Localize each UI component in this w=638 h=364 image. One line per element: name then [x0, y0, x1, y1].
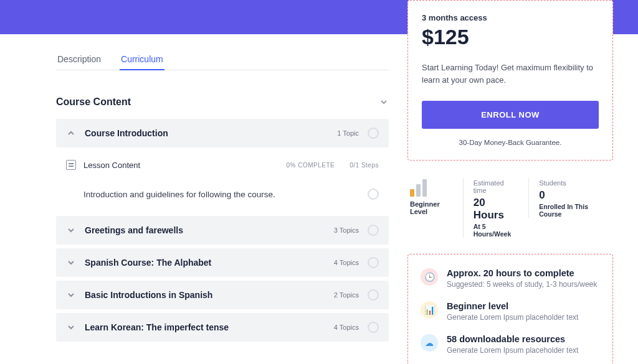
- module-meta: 4 Topics: [334, 259, 359, 266]
- module-title: Greetings and farewells: [85, 225, 334, 235]
- module-row[interactable]: Learn Korean: The imperfect tense 4 Topi…: [56, 313, 389, 342]
- stat-value: 0: [539, 189, 603, 202]
- highlights-card: 🕒 Approx. 20 hours to complete Suggested…: [407, 254, 613, 364]
- highlight-row: 🕒 Approx. 20 hours to complete Suggested…: [421, 268, 600, 289]
- module-title: Spanish Course: The Alphabet: [85, 258, 334, 268]
- progress-circle-icon: [368, 322, 379, 333]
- highlight-sub: Generate Lorem Ipsum placeholder text: [447, 313, 578, 322]
- lesson-steps: 0/1 Steps: [350, 162, 379, 169]
- access-period: 3 months access: [422, 13, 599, 22]
- pricing-blurb: Start Learning Today! Get maximum flexib…: [422, 62, 599, 86]
- course-left-column: Description Curriculum Course Content Co…: [56, 34, 389, 345]
- highlight-title: 58 downloadable resources: [447, 334, 578, 344]
- lesson-progress: 0% COMPLETE: [286, 162, 335, 169]
- course-stats: Beginner Level Estimated time 20 Hours A…: [407, 178, 613, 238]
- chevron-down-icon: [66, 225, 76, 235]
- lesson-item[interactable]: Introduction and guidelines for followin…: [56, 176, 389, 216]
- highlight-row: ☁ 58 downloadable resources Generate Lor…: [421, 334, 600, 355]
- module-meta: 1 Topic: [337, 129, 359, 137]
- stat-value: 20 Hours: [474, 197, 519, 222]
- chevron-down-icon: [379, 97, 389, 107]
- chevron-down-icon: [66, 322, 76, 332]
- module-row[interactable]: Course Introduction 1 Topic: [56, 119, 389, 147]
- progress-circle-icon: [368, 225, 379, 236]
- module-meta: 2 Topics: [334, 291, 359, 299]
- tab-description[interactable]: Description: [56, 50, 102, 70]
- cloud-download-icon: ☁: [421, 334, 438, 352]
- chevron-down-icon: [66, 258, 76, 268]
- module-title: Learn Korean: The imperfect tense: [85, 322, 334, 332]
- stat-sub: At 5 Hours/Week: [474, 223, 519, 238]
- lesson-content-label: Lesson Content: [83, 161, 279, 170]
- module-title: Basic Introductions in Spanish: [85, 290, 334, 300]
- tab-curriculum[interactable]: Curriculum: [120, 50, 164, 70]
- level-bars-icon: [410, 179, 453, 197]
- pricing-card: 3 months access $125 Start Learning Toda…: [407, 0, 613, 161]
- progress-circle-icon: [368, 257, 379, 268]
- course-content-header[interactable]: Course Content: [56, 96, 389, 108]
- document-icon: [66, 160, 76, 170]
- highlight-sub: Suggested: 5 weeks of study, 1-3 hours/w…: [447, 280, 597, 289]
- stat-sub: Enrolled In This Course: [539, 203, 603, 218]
- chevron-up-icon: [66, 128, 76, 138]
- module-row[interactable]: Basic Introductions in Spanish 2 Topics: [56, 281, 389, 309]
- clock-icon: 🕒: [421, 268, 438, 286]
- lesson-content-header: Lesson Content 0% COMPLETE 0/1 Steps: [56, 151, 389, 176]
- stat-level-label: Beginner Level: [410, 200, 453, 215]
- money-back-guarantee: 30-Day Money-Back Guarantee.: [422, 139, 599, 146]
- course-content-heading: Course Content: [56, 96, 131, 108]
- enroll-button[interactable]: ENROLL NOW: [422, 101, 599, 129]
- progress-circle-icon: [368, 189, 379, 200]
- stat-students: Students 0 Enrolled In This Course: [528, 178, 613, 218]
- stat-level: Beginner Level: [410, 178, 463, 215]
- highlight-row: 📊 Beginner level Generate Lorem Ipsum pl…: [421, 301, 600, 322]
- price: $125: [422, 25, 599, 49]
- module-row[interactable]: Greetings and farewells 3 Topics: [56, 216, 389, 245]
- stat-estimated-time: Estimated time 20 Hours At 5 Hours/Week: [463, 178, 529, 238]
- lesson-item-text: Introduction and guidelines for followin…: [83, 190, 368, 199]
- course-right-column: 3 months access $125 Start Learning Toda…: [407, 0, 613, 364]
- progress-circle-icon: [368, 128, 379, 139]
- highlight-title: Approx. 20 hours to complete: [447, 268, 597, 278]
- module-title: Course Introduction: [85, 128, 337, 138]
- highlight-sub: Generate Lorem Ipsum placeholder text: [447, 346, 578, 355]
- module-meta: 4 Topics: [334, 324, 359, 331]
- chevron-down-icon: [66, 290, 76, 300]
- highlight-title: Beginner level: [447, 301, 578, 311]
- tabs: Description Curriculum: [56, 47, 389, 70]
- module-row[interactable]: Spanish Course: The Alphabet 4 Topics: [56, 248, 389, 277]
- stat-label: Estimated time: [474, 179, 519, 194]
- chart-icon: 📊: [421, 301, 438, 319]
- stat-label: Students: [539, 179, 603, 187]
- module-meta: 3 Topics: [334, 226, 359, 234]
- progress-circle-icon: [368, 289, 379, 301]
